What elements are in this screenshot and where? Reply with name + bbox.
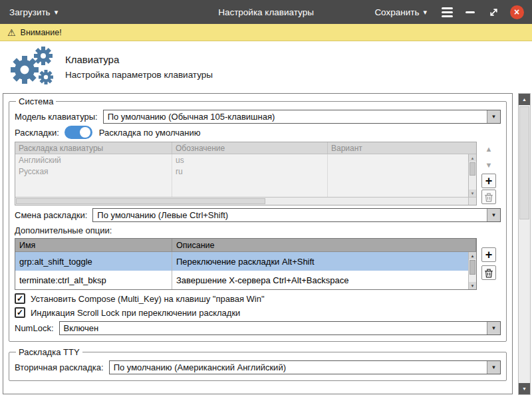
secondary-layout-dropdown-button[interactable]: ▼ [487, 361, 500, 374]
cell-designation: ru [172, 167, 328, 176]
scrollbar-thumb[interactable] [16, 198, 265, 204]
cell-option-description: Переключение раскладки Alt+Shift [172, 257, 315, 267]
layouts-table-block: Раскладка клавиатуры Обозначение Вариант… [15, 142, 501, 205]
menu-icon[interactable] [438, 3, 456, 21]
system-group-legend: Система [16, 96, 56, 106]
options-table-body: grp:alt_shift_toggle Переключение раскла… [15, 252, 476, 289]
close-button-circle: × [510, 5, 524, 19]
column-divider [172, 252, 172, 289]
plus-icon: + [485, 249, 493, 260]
default-layout-toggle-label: Раскладка по умолчанию [99, 128, 201, 138]
numlock-label: NumLock: [15, 323, 54, 333]
scrollbar-track[interactable] [469, 162, 476, 190]
scrollbar-thumb[interactable] [469, 260, 475, 275]
save-menu-button[interactable]: Сохранить ▾ [369, 7, 432, 17]
cell-layout: Русская [15, 167, 172, 176]
scrollbar-thumb[interactable] [519, 106, 529, 219]
scrollbar-track[interactable] [469, 259, 476, 282]
layouts-table-vscrollbar[interactable]: ▲ ▼ [468, 154, 476, 197]
page-title: Клавиатура [65, 54, 213, 65]
page-header: Клавиатура Настройка параметров клавиату… [0, 41, 532, 92]
chevron-down-icon: ▼ [491, 326, 497, 331]
tty-group: Раскладка TTY Вторичная раскладка: По ум… [9, 347, 507, 381]
options-table-vscrollbar[interactable]: ▲ ▼ [468, 252, 476, 289]
trash-icon [484, 268, 493, 278]
cell-option-name: terminate:ctrl_alt_bksp [15, 275, 172, 285]
cell-layout: Английский [15, 156, 172, 165]
layout-switch-dropdown[interactable]: По умолчанию (Левые Ctrl+Shift) ▼ [92, 208, 501, 222]
options-label: Дополнительные опции: [15, 225, 501, 235]
trash-icon [484, 192, 493, 202]
move-up-button[interactable]: ▲ [481, 142, 496, 156]
secondary-layout-row: Вторичная раскладка: По умолчанию (Амери… [15, 360, 501, 374]
load-menu-button[interactable]: Загрузить ▾ [0, 0, 67, 24]
warning-icon: ⚠ [7, 28, 16, 37]
table-row-selected[interactable]: grp:alt_shift_toggle Переключение раскла… [15, 252, 476, 271]
options-table: Имя Описание grp:alt_shift_toggle Перекл… [15, 238, 477, 290]
secondary-layout-label: Вторичная раскладка: [15, 362, 104, 372]
scroll-down-icon[interactable]: ▼ [469, 282, 476, 289]
settings-panel: Система Модель клавиатуры: По умолчанию … [3, 93, 513, 394]
table-row: Английский us [15, 154, 476, 166]
layout-switch-dropdown-button[interactable]: ▼ [487, 209, 500, 221]
scrolllock-checkbox-label: Индикация Scroll Lock при переключении р… [31, 308, 240, 318]
close-icon[interactable]: × [508, 3, 525, 21]
titlebar: Загрузить ▾ Настройка клавиатуры Сохрани… [0, 0, 532, 24]
scrolllock-checkbox-row[interactable]: ✓ Индикация Scroll Lock при переключении… [15, 307, 501, 318]
check-icon: ✓ [17, 309, 23, 317]
scroll-up-icon[interactable]: ▲ [469, 154, 476, 162]
keyboard-settings-window: Загрузить ▾ Настройка клавиатуры Сохрани… [0, 0, 532, 399]
scrollbar-track[interactable] [15, 198, 468, 205]
cell-designation: us [172, 156, 328, 165]
keyboard-model-row: Модель клавиатуры: По умолчанию (Обычная… [15, 110, 501, 124]
numlock-dropdown[interactable]: Включен ▼ [59, 321, 501, 335]
toggle-knob [80, 127, 90, 138]
chevron-down-icon: ▼ [491, 365, 497, 370]
delete-layout-button[interactable] [481, 190, 496, 204]
scrollbar-thumb[interactable] [469, 162, 475, 176]
warning-text: Внимание! [21, 28, 62, 37]
add-layout-button[interactable]: + [481, 174, 496, 188]
scrollbar-track[interactable] [519, 105, 530, 383]
secondary-layout-dropdown[interactable]: По умолчанию (Американский Английский) ▼ [109, 360, 501, 374]
layouts-table-buttons: ▲ ▼ + [477, 142, 501, 204]
move-down-button[interactable]: ▼ [481, 158, 496, 172]
layouts-row: Раскладки: Раскладка по умолчанию [15, 126, 501, 139]
layout-switch-label: Смена раскладки: [15, 210, 87, 220]
compose-checkbox-row[interactable]: ✓ Установить Compose (Multi_Key) на клав… [15, 293, 501, 304]
keyboard-model-label: Модель клавиатуры: [15, 112, 98, 122]
compose-checkbox-label: Установить Compose (Multi_Key) на клавиш… [31, 294, 265, 304]
arrow-up-icon: ▲ [485, 146, 493, 153]
default-layout-toggle[interactable] [65, 126, 92, 139]
scroll-up-icon[interactable]: ▲ [469, 252, 476, 259]
scrolllock-checkbox[interactable]: ✓ [15, 307, 25, 318]
options-table-header: Имя Описание [15, 239, 476, 252]
layouts-table-hscrollbar[interactable] [15, 197, 476, 205]
maximize-icon[interactable] [485, 3, 502, 21]
keyboard-model-dropdown[interactable]: По умолчанию (Обычная 105-клавишная) ▼ [103, 110, 501, 124]
chevron-down-icon: ▼ [491, 213, 497, 218]
warning-bar: ⚠ Внимание! [0, 24, 532, 41]
delete-option-button[interactable] [481, 265, 496, 280]
add-option-button[interactable]: + [481, 247, 496, 262]
tty-group-legend: Раскладка TTY [16, 347, 82, 357]
scroll-up-icon[interactable]: ▲ [519, 94, 530, 105]
numlock-dropdown-button[interactable]: ▼ [487, 322, 500, 334]
minimize-icon[interactable] [462, 3, 479, 21]
save-menu-label: Сохранить [374, 7, 419, 17]
column-divider [172, 154, 172, 197]
layouts-table: Раскладка клавиатуры Обозначение Вариант… [15, 142, 477, 205]
keyboard-model-dropdown-button[interactable]: ▼ [487, 110, 500, 123]
table-row[interactable]: terminate:ctrl_alt_bksp Завершение X-сер… [15, 271, 476, 289]
scroll-down-icon[interactable]: ▼ [519, 383, 530, 394]
main-scrollbar[interactable]: ▲ ▼ [518, 93, 531, 395]
scroll-down-icon[interactable]: ▼ [469, 190, 476, 197]
col-header-designation: Обозначение [172, 142, 328, 154]
keyboard-model-value: По умолчанию (Обычная 105-клавишная) [104, 110, 487, 123]
compose-checkbox[interactable]: ✓ [15, 293, 25, 304]
layout-switch-row: Смена раскладки: По умолчанию (Левые Ctr… [15, 208, 501, 222]
arrow-down-icon: ▼ [485, 162, 493, 169]
cell-option-name: grp:alt_shift_toggle [15, 257, 172, 267]
check-icon: ✓ [17, 295, 23, 303]
numlock-row: NumLock: Включен ▼ [15, 321, 501, 335]
